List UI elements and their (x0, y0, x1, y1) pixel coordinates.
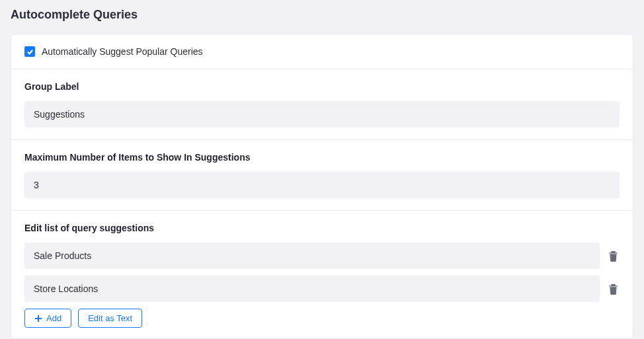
settings-card: Automatically Suggest Popular Queries Gr… (11, 34, 633, 339)
check-icon (26, 48, 34, 56)
trash-icon (608, 250, 618, 262)
delete-item-button[interactable] (606, 249, 620, 262)
max-items-input[interactable] (24, 172, 620, 198)
trash-icon (608, 283, 618, 295)
list-item (24, 276, 620, 302)
delete-item-button[interactable] (606, 282, 620, 295)
group-label-heading: Group Label (24, 81, 620, 92)
edit-as-text-button[interactable]: Edit as Text (78, 309, 142, 328)
edit-as-text-label: Edit as Text (88, 313, 132, 323)
auto-suggest-checkbox[interactable] (24, 46, 35, 57)
plus-icon (34, 315, 42, 322)
group-label-section: Group Label (11, 69, 633, 140)
query-list-heading: Edit list of query suggestions (24, 223, 620, 233)
auto-suggest-section: Automatically Suggest Popular Queries (11, 34, 633, 69)
max-items-heading: Maximum Number of Items to Show In Sugge… (24, 152, 620, 163)
query-list-section: Edit list of query suggestions (11, 211, 633, 338)
list-item (24, 243, 620, 269)
query-item-input[interactable] (24, 243, 600, 269)
query-item-input[interactable] (24, 276, 600, 302)
max-items-section: Maximum Number of Items to Show In Sugge… (11, 140, 633, 211)
auto-suggest-label: Automatically Suggest Popular Queries (42, 46, 203, 57)
group-label-input[interactable] (24, 101, 620, 128)
page-title: Autocomplete Queries (11, 8, 633, 22)
add-button-label: Add (46, 313, 61, 323)
add-button[interactable]: Add (24, 309, 71, 328)
